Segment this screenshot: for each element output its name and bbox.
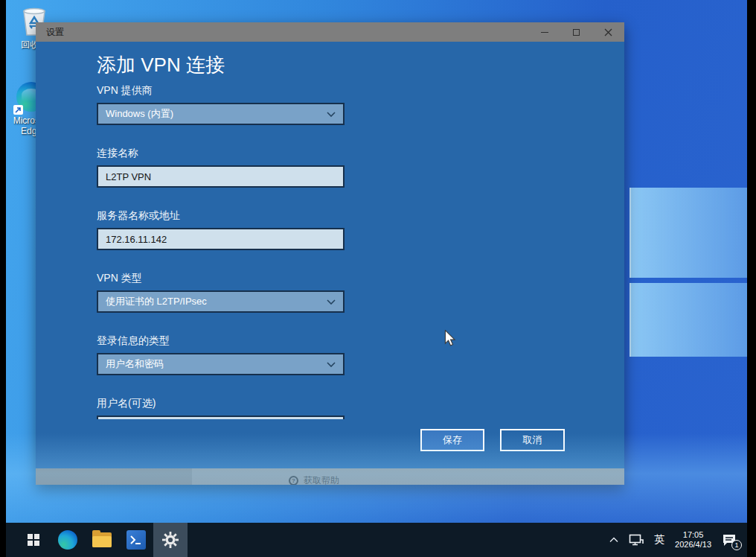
- server-address-input[interactable]: [98, 229, 343, 249]
- window-title: 设置: [36, 26, 528, 39]
- start-button[interactable]: [16, 523, 51, 557]
- network-icon: [629, 534, 644, 547]
- get-help-label: 获取帮助: [304, 474, 339, 485]
- maximize-icon: [573, 29, 580, 36]
- vpn-type-select[interactable]: 使用证书的 L2TP/IPsec: [97, 290, 345, 313]
- action-center-button[interactable]: 1: [722, 533, 737, 547]
- minimize-button[interactable]: [528, 22, 560, 42]
- signin-type-select[interactable]: 用户名和密码: [97, 353, 345, 375]
- save-button[interactable]: 保存: [420, 429, 484, 451]
- username-input[interactable]: [97, 416, 345, 419]
- edge-icon: [58, 530, 77, 550]
- windows-logo-icon: [28, 534, 39, 546]
- taskbar-empty-area: [188, 523, 609, 557]
- clock[interactable]: 17:05 2026/4/13: [675, 530, 711, 550]
- username-label: 用户名(可选): [97, 396, 624, 410]
- ime-language-button[interactable]: 英: [654, 533, 664, 547]
- chevron-down-icon: [327, 299, 336, 305]
- settings-window: 设置 添加 VPN 连接 VPN 提供商 Windows (内置) 连接: [36, 22, 624, 485]
- window-titlebar[interactable]: 设置: [36, 22, 624, 42]
- cancel-button[interactable]: 取消: [500, 429, 565, 451]
- show-hidden-icons-button[interactable]: [609, 537, 618, 543]
- gear-icon: [162, 532, 179, 548]
- wallpaper-window-pane-bottom: [630, 283, 747, 357]
- shortcut-arrow-icon: [13, 105, 23, 115]
- powershell-icon: [126, 530, 146, 550]
- get-help-link[interactable]: ? 获取帮助: [289, 474, 339, 485]
- server-address-field-wrap: [97, 228, 345, 250]
- screen: 回收站 Microsoft Edge 设置: [0, 0, 756, 557]
- chevron-down-icon: [327, 362, 336, 367]
- notification-badge: 1: [731, 540, 742, 550]
- file-explorer-icon: [92, 532, 112, 547]
- page-title: 添加 VPN 连接: [97, 52, 624, 77]
- help-icon: ?: [289, 476, 298, 485]
- desktop[interactable]: 回收站 Microsoft Edge 设置: [6, 0, 747, 523]
- server-address-label: 服务器名称或地址: [97, 209, 624, 222]
- add-vpn-page: 添加 VPN 连接 VPN 提供商 Windows (内置) 连接名称 服务器名…: [36, 42, 624, 468]
- wallpaper-window-pane-top: [630, 188, 747, 278]
- network-tray-button[interactable]: [629, 534, 644, 547]
- chevron-down-icon: [327, 112, 336, 117]
- signin-type-label: 登录信息的类型: [97, 334, 624, 347]
- tray-time: 17:05: [675, 530, 711, 540]
- connection-name-label: 连接名称: [97, 146, 624, 159]
- minimize-icon: [541, 32, 548, 33]
- taskbar-edge-button[interactable]: [51, 523, 85, 557]
- footer-left-segment: [36, 468, 192, 485]
- connection-name-input[interactable]: [98, 167, 343, 186]
- close-icon: [604, 28, 612, 36]
- taskbar: 英 17:05 2026/4/13 1: [6, 523, 747, 557]
- vpn-type-label: VPN 类型: [97, 271, 624, 284]
- taskbar-settings-button[interactable]: [153, 523, 188, 557]
- tray-date: 2026/4/13: [675, 540, 711, 550]
- connection-name-field-wrap: [97, 165, 345, 188]
- close-button[interactable]: [592, 22, 624, 42]
- maximize-button[interactable]: [560, 22, 592, 42]
- taskbar-powershell-button[interactable]: [119, 523, 153, 557]
- window-footer-bar: ? 获取帮助: [36, 468, 624, 485]
- chevron-up-icon: [609, 537, 618, 543]
- taskbar-file-explorer-button[interactable]: [85, 523, 119, 557]
- vpn-provider-select[interactable]: Windows (内置): [97, 103, 345, 125]
- system-tray: 英 17:05 2026/4/13 1: [609, 523, 747, 557]
- vpn-provider-label: VPN 提供商: [97, 83, 624, 97]
